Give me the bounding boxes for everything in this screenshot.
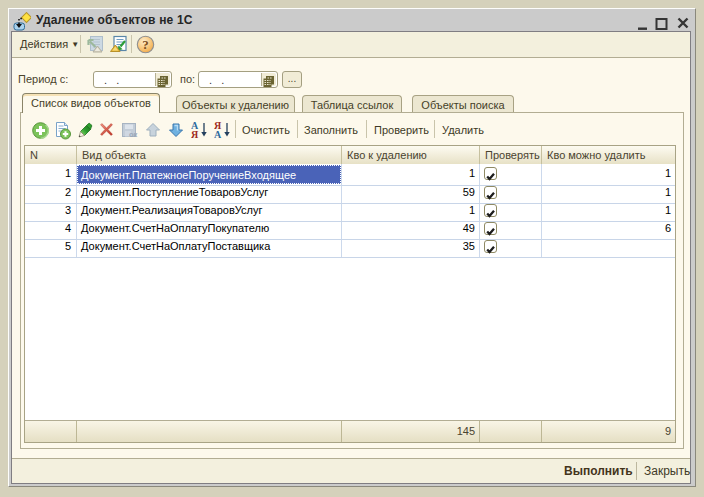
svg-text:ок: ок (129, 130, 138, 139)
svg-text:А: А (214, 129, 222, 139)
svg-text:?: ? (142, 37, 149, 52)
svg-text:Я: Я (191, 129, 199, 139)
